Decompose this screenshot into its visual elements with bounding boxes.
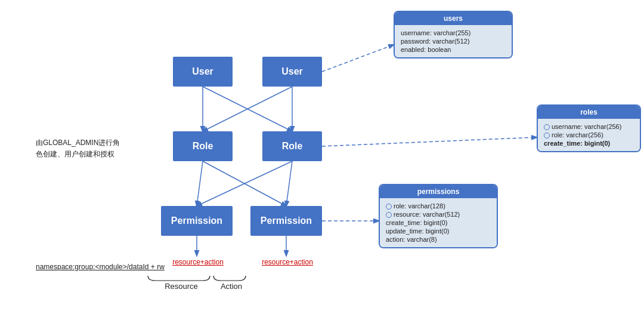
permission-box-2: Permission: [250, 206, 322, 236]
key-icon-perm-role: [386, 204, 392, 210]
resource-action-label-2: resource+action: [252, 258, 323, 266]
users-field-enabled: enabled: boolean: [401, 45, 506, 54]
svg-line-7: [286, 161, 292, 206]
svg-line-11: [322, 137, 537, 146]
permission-box-1: Permission: [161, 206, 233, 236]
admin-text-line1: 由GLOBAL_ADMIN进行角: [36, 137, 120, 149]
permissions-field-role: role: varchar(128): [386, 202, 491, 210]
users-table-body: username: varchar(255) password: varchar…: [395, 25, 512, 57]
roles-table-body: username: varchar(256) role: varchar(256…: [538, 119, 640, 151]
users-table-header: users: [395, 12, 512, 25]
key-icon-username: [544, 124, 550, 130]
user-box-1: User: [173, 57, 233, 87]
key-icon-perm-resource: [386, 212, 392, 218]
permissions-field-update-time: update_time: bigint(0): [386, 227, 491, 235]
roles-field-role: role: varchar(256): [544, 131, 634, 139]
users-field-username: username: varchar(255): [401, 29, 506, 37]
svg-line-4: [197, 161, 203, 206]
permissions-field-create-time: create_time: bigint(0): [386, 218, 491, 227]
svg-line-10: [322, 45, 394, 72]
admin-text-line2: 色创建、用户创建和授权: [36, 149, 120, 160]
resource-brace-label: Resource: [148, 282, 215, 291]
role-box-2: Role: [262, 131, 322, 161]
key-icon-role: [544, 133, 550, 139]
permissions-field-resource: resource: varchar(512): [386, 210, 491, 218]
diagram-container: User User Role Role Permission Permissio…: [0, 0, 644, 317]
roles-table-card: roles username: varchar(256) role: varch…: [537, 104, 641, 152]
namespace-underline: namespace:group:<module>/dataId + rw: [36, 263, 165, 271]
svg-line-6: [197, 161, 292, 206]
user-box-2: User: [262, 57, 322, 87]
roles-field-username: username: varchar(256): [544, 122, 634, 131]
admin-annotation: 由GLOBAL_ADMIN进行角 色创建、用户创建和授权: [36, 137, 120, 160]
permissions-table-card: permissions role: varchar(128) resource:…: [379, 184, 498, 248]
namespace-annotation: namespace:group:<module>/dataId + rw: [36, 263, 165, 271]
permissions-field-action: action: varchar(8): [386, 235, 491, 244]
permissions-table-body: role: varchar(128) resource: varchar(512…: [380, 198, 497, 247]
action-brace-label: Action: [213, 282, 249, 291]
users-table-card: users username: varchar(255) password: v…: [394, 11, 513, 59]
role-box-1: Role: [173, 131, 233, 161]
resource-action-label-1: resource+action: [162, 258, 234, 266]
roles-table-header: roles: [538, 106, 640, 119]
svg-line-2: [203, 87, 292, 131]
users-field-password: password: varchar(512): [401, 37, 506, 45]
permissions-table-header: permissions: [380, 185, 497, 198]
svg-line-5: [203, 161, 286, 206]
svg-line-1: [203, 87, 292, 131]
roles-field-create-time: create_time: bigint(0): [544, 139, 634, 147]
